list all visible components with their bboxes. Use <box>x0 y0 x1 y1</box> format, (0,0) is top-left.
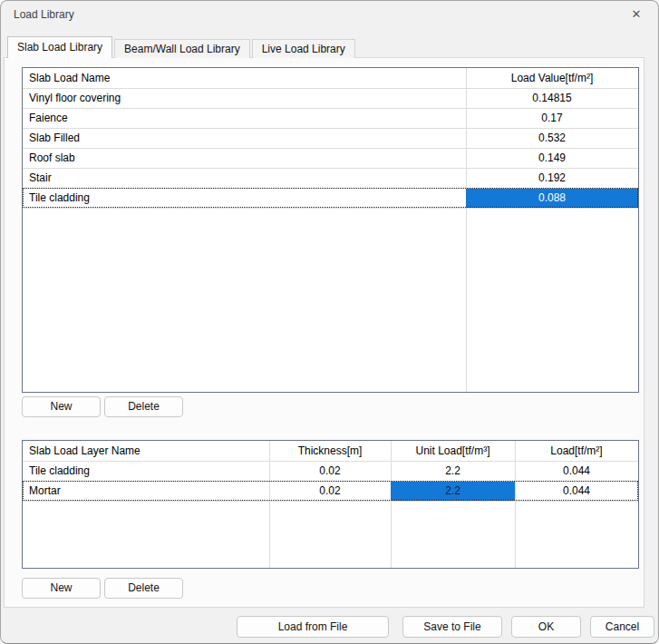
slab-delete-button[interactable]: Delete <box>104 396 183 417</box>
column-header-unit-load: Unit Load[tf/m³] <box>391 441 515 461</box>
table-row[interactable]: Vinyl floor covering 0.14815 <box>23 89 638 109</box>
table-row[interactable]: Faience 0.17 <box>23 109 638 129</box>
unit-load-cell-selected[interactable]: 2.2 <box>391 482 515 501</box>
tab-slab-load-library[interactable]: Slab Load Library <box>7 36 112 58</box>
load-value-cell[interactable]: 0.17 <box>466 109 638 128</box>
slab-load-layer-table: Slab Load Layer Name Thickness[m] Unit L… <box>22 440 639 569</box>
unit-load-cell[interactable]: 2.2 <box>391 462 515 481</box>
load-value-cell[interactable]: 0.14815 <box>466 89 638 108</box>
column-header-load: Load[tf/m²] <box>515 441 638 461</box>
load-value-cell[interactable]: 0.532 <box>466 129 638 148</box>
table-row[interactable]: Tile cladding 0.02 2.2 0.044 <box>23 462 638 482</box>
load-cell[interactable]: 0.044 <box>515 482 638 501</box>
thickness-cell[interactable]: 0.02 <box>269 462 391 481</box>
tab-live-load-library[interactable]: Live Load Library <box>252 39 355 58</box>
ok-button[interactable]: OK <box>511 616 581 638</box>
slab-load-table-header: Slab Load Name Load Value[tf/m²] <box>23 68 638 89</box>
column-header-layer-name: Slab Load Layer Name <box>23 441 269 461</box>
table-row[interactable]: Stair 0.192 <box>23 169 638 189</box>
slab-load-name-cell[interactable]: Stair <box>23 169 466 188</box>
load-value-cell[interactable]: 0.149 <box>466 149 638 168</box>
layer-name-cell[interactable]: Tile cladding <box>23 462 269 481</box>
slab-load-name-cell[interactable]: Roof slab <box>23 149 466 168</box>
close-icon[interactable]: ✕ <box>622 3 651 26</box>
load-cell[interactable]: 0.044 <box>515 462 638 481</box>
load-from-file-button[interactable]: Load from File <box>237 616 389 638</box>
slab-load-name-cell[interactable]: Tile cladding <box>23 189 466 208</box>
layer-table-header: Slab Load Layer Name Thickness[m] Unit L… <box>23 441 638 462</box>
column-header-load-value: Load Value[tf/m²] <box>466 68 638 88</box>
load-value-cell[interactable]: 0.192 <box>466 169 638 188</box>
load-library-dialog: Load Library ✕ Slab Load Library Beam/Wa… <box>0 0 659 644</box>
tab-strip: Slab Load Library Beam/Wall Load Library… <box>7 36 357 58</box>
thickness-cell[interactable]: 0.02 <box>269 482 391 501</box>
layer-name-cell[interactable]: Mortar <box>23 482 269 501</box>
slab-new-button[interactable]: New <box>22 396 101 417</box>
table-row[interactable]: Roof slab 0.149 <box>23 149 638 169</box>
load-value-cell-selected[interactable]: 0.088 <box>466 189 638 208</box>
save-to-file-button[interactable]: Save to File <box>402 616 502 638</box>
column-header-thickness: Thickness[m] <box>269 441 391 461</box>
table-row[interactable]: Slab Filled 0.532 <box>23 129 638 149</box>
slab-load-table: Slab Load Name Load Value[tf/m²] Vinyl f… <box>22 67 639 393</box>
layer-new-button[interactable]: New <box>22 578 101 599</box>
cancel-button[interactable]: Cancel <box>590 616 654 638</box>
slab-load-name-cell[interactable]: Slab Filled <box>23 129 466 148</box>
slab-load-name-cell[interactable]: Vinyl floor covering <box>23 89 466 108</box>
table-row-selected[interactable]: Mortar 0.02 2.2 0.044 <box>23 482 638 502</box>
tab-beam-wall-load-library[interactable]: Beam/Wall Load Library <box>114 39 250 58</box>
table-row-selected[interactable]: Tile cladding 0.088 <box>23 189 638 209</box>
column-header-slab-load-name: Slab Load Name <box>23 68 466 88</box>
slab-load-name-cell[interactable]: Faience <box>23 109 466 128</box>
layer-delete-button[interactable]: Delete <box>104 578 183 599</box>
dialog-title: Load Library <box>14 1 74 28</box>
